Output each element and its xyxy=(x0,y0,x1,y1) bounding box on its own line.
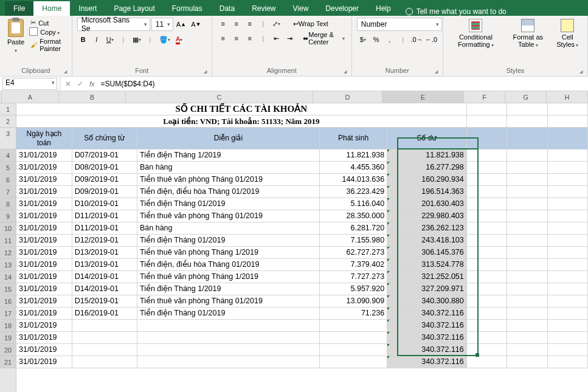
cell[interactable] xyxy=(467,259,507,271)
bold-button[interactable]: B xyxy=(77,33,89,46)
cancel-formula-button[interactable]: ✕ xyxy=(65,80,71,88)
cell[interactable]: 62.727.273 xyxy=(320,247,387,259)
cell[interactable] xyxy=(507,344,547,356)
cell[interactable] xyxy=(467,344,507,356)
cell[interactable] xyxy=(548,283,588,295)
cell[interactable]: Tiền điện Tháng 1/2019 xyxy=(137,150,320,162)
cell[interactable] xyxy=(507,295,547,308)
row-header-17[interactable]: 17 xyxy=(0,308,16,320)
row-header-2[interactable]: 2 xyxy=(0,115,16,128)
cell[interactable] xyxy=(507,356,547,368)
cell[interactable] xyxy=(548,356,588,368)
cell[interactable]: 7.379.402 xyxy=(320,259,387,271)
increase-indent-button[interactable]: ⇥ xyxy=(284,32,296,44)
cell[interactable] xyxy=(507,283,547,295)
cell[interactable] xyxy=(548,198,588,210)
cell[interactable] xyxy=(507,332,547,344)
cell[interactable]: 31/01/2019 xyxy=(16,222,72,235)
number-format-select[interactable]: Number xyxy=(357,18,442,31)
row-header-8[interactable]: 8 xyxy=(0,198,16,210)
cell[interactable]: 327.209.971 xyxy=(387,283,467,295)
row-header-11[interactable]: 11 xyxy=(0,235,16,247)
formula-input[interactable] xyxy=(101,80,583,88)
row-header-12[interactable]: 12 xyxy=(0,247,16,259)
cell[interactable]: Bán hàng xyxy=(137,222,320,235)
cell[interactable]: 31/01/2019 xyxy=(16,186,72,198)
cell[interactable] xyxy=(548,332,588,344)
cell[interactable]: 31/01/2019 xyxy=(16,259,72,271)
cell[interactable]: D11/2019-01 xyxy=(72,222,137,235)
cell[interactable]: Loại tiền: VND; Tài khoản: 51133; Năm 20… xyxy=(16,115,467,128)
cell[interactable]: SỔ CHI TIẾT CÁC TÀI KHOẢN xyxy=(16,103,467,115)
cell[interactable]: 196.514.363 xyxy=(387,186,467,198)
cell[interactable]: 31/01/2019 xyxy=(16,356,72,368)
format-painter-button[interactable]: 🖌Format Painter xyxy=(30,38,67,52)
cell[interactable]: 5.957.920 xyxy=(320,283,387,295)
cell[interactable] xyxy=(507,186,547,198)
row-header-21[interactable]: 21 xyxy=(0,356,16,368)
cell[interactable] xyxy=(467,247,507,259)
tab-file[interactable]: File xyxy=(5,1,33,16)
cell[interactable]: Tiền thuê văn phòng Tháng 01/2019 xyxy=(137,210,320,222)
row-header-4[interactable]: 4 xyxy=(0,150,16,162)
insert-function-button[interactable]: fx xyxy=(89,80,95,88)
col-header-G[interactable]: G xyxy=(505,91,547,103)
cell[interactable] xyxy=(507,222,547,235)
align-center-button[interactable]: ≡ xyxy=(230,32,243,44)
cell[interactable]: D09/2019-01 xyxy=(72,186,137,198)
tab-help[interactable]: Help xyxy=(367,1,399,16)
tab-data[interactable]: Data xyxy=(211,1,243,16)
cell[interactable]: 201.630.403 xyxy=(387,198,467,210)
fill-color-button[interactable]: 🪣 xyxy=(157,33,172,46)
cell[interactable]: 28.350.000 xyxy=(320,210,387,222)
cell[interactable] xyxy=(137,320,320,332)
align-right-button[interactable]: ≡ xyxy=(244,32,256,44)
cell[interactable]: D11/2019-01 xyxy=(72,210,137,222)
cell[interactable]: 71.236 xyxy=(320,308,387,320)
conditional-formatting-button[interactable]: Conditional Formatting xyxy=(448,18,503,50)
enter-formula-button[interactable]: ✓ xyxy=(77,80,83,88)
cell[interactable]: D16/2019-01 xyxy=(72,308,137,320)
cell[interactable] xyxy=(467,332,507,344)
cell[interactable]: 160.290.934 xyxy=(387,174,467,186)
cell[interactable] xyxy=(507,162,547,174)
cell[interactable]: 31/01/2019 xyxy=(16,332,72,344)
row-header-18[interactable]: 18 xyxy=(0,320,16,332)
underline-button[interactable]: U xyxy=(104,33,116,46)
cell[interactable] xyxy=(507,210,547,222)
cell[interactable]: Tiền điện, điều hòa Tháng 01/2019 xyxy=(137,186,320,198)
cell[interactable] xyxy=(548,115,588,128)
cell[interactable] xyxy=(320,356,387,368)
align-middle-button[interactable]: ≡ xyxy=(230,18,243,30)
cell[interactable] xyxy=(548,186,588,198)
align-top-button[interactable]: ≡ xyxy=(217,18,229,30)
cell[interactable]: 31/01/2019 xyxy=(16,198,72,210)
cell[interactable]: 31/01/2019 xyxy=(16,344,72,356)
cell[interactable] xyxy=(467,186,507,198)
row-header-19[interactable]: 19 xyxy=(0,332,16,344)
cell[interactable] xyxy=(548,103,588,115)
paste-button[interactable]: Paste xyxy=(5,18,27,55)
row-header-10[interactable]: 10 xyxy=(0,222,16,235)
cell[interactable]: 340.300.880 xyxy=(387,295,467,308)
cell[interactable]: Bán hàng xyxy=(137,162,320,174)
cell[interactable]: 243.418.103 xyxy=(387,235,467,247)
cell[interactable]: 4.455.360 xyxy=(320,162,387,174)
cell[interactable]: Tiền thuê văn phòng Tháng 01/2019 xyxy=(137,174,320,186)
cell[interactable] xyxy=(548,271,588,283)
cell[interactable]: Tiền điện Tháng 1/2019 xyxy=(137,283,320,295)
row-header-15[interactable]: 15 xyxy=(0,283,16,295)
cell[interactable]: Tiền điện Tháng 01/2019 xyxy=(137,308,320,320)
increase-font-button[interactable]: A▲ xyxy=(175,18,188,30)
row-header-7[interactable]: 7 xyxy=(0,186,16,198)
cell[interactable]: D14/2019-01 xyxy=(72,283,137,295)
cell[interactable]: Số dư xyxy=(387,128,467,150)
cut-button[interactable]: ✂Cut xyxy=(30,19,67,27)
cell[interactable] xyxy=(507,320,547,332)
cell[interactable]: 340.372.116 xyxy=(387,308,467,320)
cell[interactable]: 31/01/2019 xyxy=(16,150,72,162)
col-header-H[interactable]: H xyxy=(547,91,588,103)
percent-button[interactable]: % xyxy=(370,33,382,46)
cell[interactable]: 11.821.938 xyxy=(320,150,387,162)
cell[interactable]: 16.277.298 xyxy=(387,162,467,174)
